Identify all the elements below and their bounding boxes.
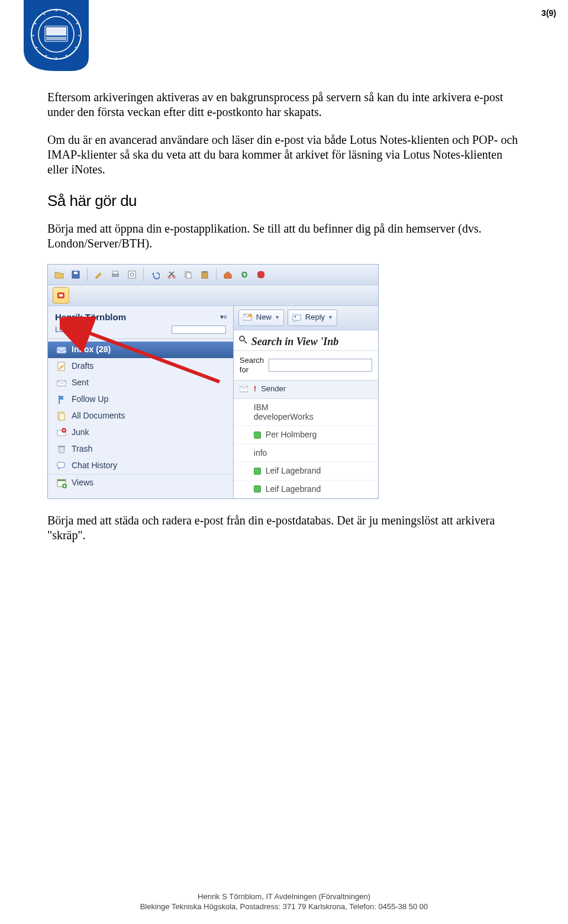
paragraph: Eftersom arkiveringen aktiveras av en ba… bbox=[47, 90, 521, 120]
svg-rect-36 bbox=[59, 413, 64, 420]
svg-rect-39 bbox=[58, 446, 65, 447]
message-pane: New ▾ Reply ▾ bbox=[234, 306, 378, 499]
sidebar-item-junk[interactable]: Junk bbox=[48, 424, 233, 441]
preview-icon[interactable] bbox=[124, 267, 140, 282]
chevron-down-icon: ▾ bbox=[329, 314, 332, 321]
sidebar-item-sent[interactable]: Sent bbox=[48, 375, 233, 391]
svg-point-8 bbox=[79, 35, 80, 37]
sidebar-menu-icon[interactable]: ▼≡ bbox=[219, 314, 226, 321]
svg-rect-20 bbox=[113, 271, 118, 274]
paste-icon[interactable] bbox=[197, 267, 212, 282]
toolbar bbox=[48, 265, 378, 285]
sidebar-item-label: Follow Up bbox=[72, 394, 108, 405]
new-mail-button[interactable]: New ▾ bbox=[238, 310, 284, 326]
sidebar-item-label: Drafts bbox=[72, 361, 93, 372]
svg-rect-18 bbox=[74, 272, 78, 274]
sub-toolbar bbox=[48, 285, 378, 306]
mailbox-owner: Henrik Törnblom bbox=[55, 312, 126, 323]
svg-rect-40 bbox=[57, 462, 64, 468]
open-icon[interactable] bbox=[51, 267, 67, 282]
undo-icon[interactable] bbox=[147, 267, 163, 282]
all-docs-icon bbox=[56, 411, 67, 421]
message-row[interactable]: Per Holmberg bbox=[234, 426, 378, 445]
svg-point-13 bbox=[36, 47, 38, 49]
edit-icon[interactable] bbox=[91, 267, 106, 282]
stop-icon[interactable] bbox=[253, 267, 269, 282]
sidebar-item-all-documents[interactable]: All Documents bbox=[48, 408, 233, 424]
reply-button[interactable]: Reply ▾ bbox=[288, 310, 337, 326]
sidebar-item-label: Junk bbox=[72, 427, 89, 438]
mail-sidebar: Henrik Törnblom ▼≡ London bbox=[48, 306, 234, 499]
importance-icon: ! bbox=[254, 384, 256, 394]
home-icon[interactable] bbox=[220, 267, 235, 282]
row-sender: Leif Lagebrand bbox=[266, 466, 321, 477]
svg-point-14 bbox=[33, 35, 34, 37]
message-list-header[interactable]: ! Sender bbox=[234, 381, 378, 399]
chat-icon bbox=[56, 461, 67, 471]
message-row[interactable]: Leif Lagebrand bbox=[234, 481, 378, 499]
sidebar-item-followup[interactable]: Follow Up bbox=[48, 391, 233, 408]
sent-icon bbox=[56, 378, 67, 388]
row-sender: Leif Lagebrand bbox=[266, 484, 321, 495]
search-input[interactable] bbox=[269, 359, 372, 372]
svg-point-5 bbox=[56, 10, 57, 12]
svg-point-10 bbox=[66, 55, 67, 57]
svg-marker-29 bbox=[257, 271, 264, 278]
refresh-icon[interactable] bbox=[237, 267, 252, 282]
svg-point-45 bbox=[248, 314, 252, 317]
reply-icon bbox=[292, 313, 302, 323]
trash-icon bbox=[56, 444, 67, 455]
svg-point-9 bbox=[75, 47, 77, 49]
new-mail-icon bbox=[243, 313, 253, 323]
bth-logo bbox=[24, 0, 89, 71]
presence-available-icon bbox=[254, 485, 261, 492]
section-heading: Så här gör du bbox=[47, 191, 521, 211]
sidebar-item-label: Sent bbox=[72, 378, 89, 388]
sametime-status-icon[interactable] bbox=[53, 287, 69, 304]
page-footer: Henrik S Törnblom, IT Avdelningen (Förva… bbox=[0, 892, 568, 912]
sidebar-item-label: Trash bbox=[72, 444, 92, 455]
svg-point-12 bbox=[46, 55, 47, 57]
svg-rect-26 bbox=[186, 273, 191, 278]
presence-available-icon bbox=[254, 468, 261, 475]
paragraph: Börja med att öppna din e-postapplikatio… bbox=[47, 221, 521, 251]
row-sender: IBMdeveloperWorks bbox=[254, 403, 314, 423]
lotus-notes-screenshot: Henrik Törnblom ▼≡ London bbox=[47, 264, 379, 500]
row-sender: info bbox=[254, 448, 267, 459]
chevron-down-icon: ▾ bbox=[276, 314, 279, 321]
sidebar-item-inbox[interactable]: Inbox (28) bbox=[48, 342, 233, 358]
message-row[interactable]: IBMdeveloperWorks bbox=[234, 399, 378, 427]
quota-bar bbox=[172, 326, 226, 334]
paragraph: Börja med att städa och radera e-post fr… bbox=[47, 513, 521, 543]
drafts-icon bbox=[56, 361, 67, 372]
print-icon[interactable] bbox=[108, 267, 123, 282]
svg-point-47 bbox=[240, 336, 244, 341]
svg-rect-42 bbox=[57, 479, 66, 481]
mail-server-name: London bbox=[55, 325, 80, 334]
search-row: Search for bbox=[234, 351, 378, 381]
flag-icon bbox=[56, 394, 67, 405]
svg-point-16 bbox=[44, 14, 46, 15]
search-icon bbox=[238, 335, 248, 345]
cut-icon[interactable] bbox=[164, 267, 179, 282]
message-row[interactable]: Leif Lagebrand bbox=[234, 462, 378, 481]
sidebar-item-label: Chat History bbox=[72, 461, 117, 471]
svg-point-11 bbox=[56, 57, 57, 59]
svg-rect-4 bbox=[46, 37, 66, 40]
sidebar-item-drafts[interactable]: Drafts bbox=[48, 358, 233, 375]
envelope-icon bbox=[238, 384, 249, 395]
message-row[interactable]: info bbox=[234, 445, 378, 463]
sidebar-item-trash[interactable]: Trash bbox=[48, 441, 233, 458]
presence-available-icon bbox=[254, 432, 261, 439]
paragraph: Om du är en avancerad användare och läse… bbox=[47, 133, 521, 177]
junk-icon bbox=[56, 427, 67, 438]
sidebar-item-views[interactable]: Views bbox=[48, 474, 233, 491]
sidebar-item-label: All Documents bbox=[72, 411, 125, 421]
svg-rect-31 bbox=[59, 294, 63, 297]
button-label: Reply bbox=[305, 313, 325, 322]
svg-rect-32 bbox=[57, 347, 66, 353]
save-icon[interactable] bbox=[68, 267, 83, 282]
svg-rect-3 bbox=[46, 27, 66, 36]
copy-icon[interactable] bbox=[180, 267, 196, 282]
sidebar-item-chat-history[interactable]: Chat History bbox=[48, 458, 233, 474]
